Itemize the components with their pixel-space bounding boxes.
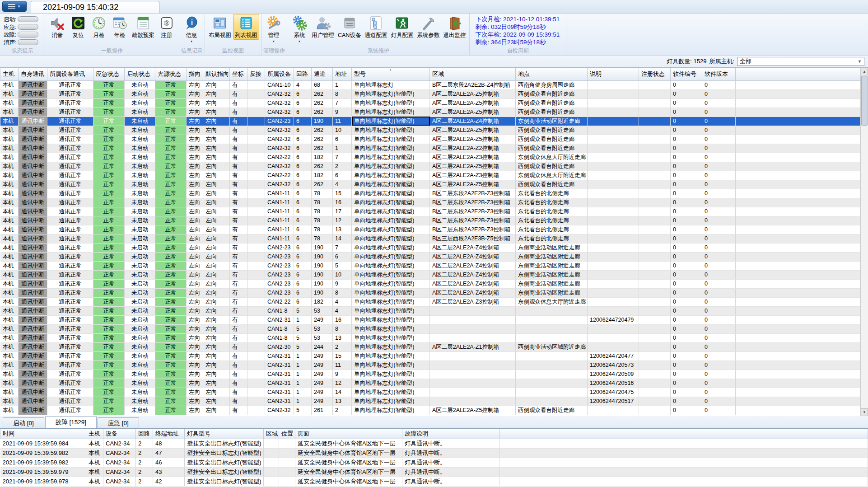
table-row[interactable]: 本机通讯中断通讯正常正常未启动正常左向左向有CAN2-31124916单向地埋标…: [0, 315, 860, 324]
toolbar-button-layout-view[interactable]: 布局视图: [207, 14, 233, 39]
table-row[interactable]: 本机通讯中断通讯正常正常未启动正常左向左向有CAN2-2261824单向地埋标志…: [0, 297, 860, 306]
toolbar-button-mute[interactable]: 消音: [47, 14, 68, 39]
table-row[interactable]: 本机通讯中断通讯正常正常未启动正常左向左向有CAN2-2261827单向地埋标志…: [0, 153, 860, 162]
table-row[interactable]: 本机通讯中断通讯正常正常未启动正常左向左向有CAN2-3262627单向地埋标志…: [0, 98, 860, 108]
table-row[interactable]: 本机通讯中断通讯正常正常未启动正常左向左向有CAN2-2361907单向地埋标志…: [0, 243, 860, 252]
table-row[interactable]: 本机通讯中断通讯正常正常未启动正常左向左向有CAN2-2361908单向地埋标志…: [0, 288, 860, 297]
scroll-up-arrow[interactable]: ▲: [861, 68, 868, 75]
table-row[interactable]: 本机通讯中断通讯正常正常未启动正常左向左向有CAN2-31124914单向地埋标…: [0, 388, 860, 397]
fault-column-header-设备[interactable]: 设备: [103, 429, 136, 439]
fault-column-header-时间[interactable]: 时间: [0, 429, 86, 439]
fault-row[interactable]: 2021-09-09 15:39:59.982本机CAN2-34246壁挂安全出…: [0, 458, 868, 467]
toolbar-button-info[interactable]: i信息▼: [181, 14, 202, 43]
event-tab-2[interactable]: 应急 [0]: [98, 417, 139, 428]
table-row[interactable]: 本机通讯中断通讯正常正常未启动正常左向左向有CAN2-3262628单向地埋标志…: [0, 89, 860, 98]
toolbar-button-can-device[interactable]: CAN设备: [336, 14, 363, 39]
column-header-地址[interactable]: 地址: [333, 68, 352, 80]
toolbar-button-exit-monitor[interactable]: 退出监控: [441, 14, 467, 39]
column-header-软件编号[interactable]: 软件编号: [671, 68, 702, 80]
column-header-软件版本[interactable]: 软件版本: [702, 68, 736, 80]
column-header-区域[interactable]: 区域: [430, 68, 516, 80]
table-row[interactable]: 本机通讯中断通讯正常正常未启动正常左向左向有CAN2-31124915单向地埋标…: [0, 351, 860, 361]
table-row[interactable]: 本机通讯中断通讯正常正常未启动正常左向左向有CAN1-104681单向地埋标志灯…: [0, 80, 860, 89]
table-row[interactable]: 本机通讯中断通讯正常正常未启动正常左向左向有CAN1-855313单向地埋标志灯…: [0, 333, 860, 342]
table-row[interactable]: 本机通讯中断通讯正常正常未启动正常左向左向有CAN2-2361905单向地埋标志…: [0, 261, 860, 270]
column-header-应急状态[interactable]: 应急状态: [93, 68, 125, 80]
table-row[interactable]: 本机通讯中断通讯正常正常未启动正常左向左向有CAN2-3262621单向地埋标志…: [0, 144, 860, 153]
fault-row[interactable]: 2021-09-09 15:39:59.982本机CAN2-34247壁挂安全出…: [0, 448, 868, 458]
vertical-scrollbar[interactable]: ▲ ▼: [860, 68, 868, 416]
column-header-注册状态[interactable]: 注册状态: [639, 68, 671, 80]
toolbar-button-manage[interactable]: 管理▼: [263, 14, 284, 43]
toolbar-button-reset[interactable]: 复位: [68, 14, 89, 39]
toolbar-button-lamp-config[interactable]: 灯具配置: [389, 14, 415, 39]
column-header-回路[interactable]: 回路: [294, 68, 312, 80]
table-row[interactable]: 本机通讯中断通讯正常正常未启动正常左向左向有CAN1-1167817单向地埋标志…: [0, 207, 860, 216]
table-row[interactable]: 本机通讯中断通讯正常正常未启动正常左向左向有CAN2-31124913单向地埋标…: [0, 397, 860, 406]
table-row[interactable]: 本机通讯中断通讯正常正常未启动正常左向左向有CAN1-85538单向地埋标志灯(…: [0, 324, 860, 333]
toolbar-button-user-management[interactable]: 用户管理: [310, 14, 336, 39]
table-row[interactable]: 本机通讯中断通讯正常正常未启动正常左向左向有CAN1-1167812单向地埋标志…: [0, 216, 860, 225]
table-row[interactable]: 本机通讯中断通讯正常正常未启动正常左向左向有CAN2-3052442单向地埋标志…: [0, 342, 860, 351]
app-menu-button[interactable]: ▼: [2, 1, 27, 12]
column-header-说明[interactable]: 说明: [588, 68, 639, 80]
fault-column-header-故障说明[interactable]: 故障说明: [402, 429, 499, 439]
fault-column-header-区域[interactable]: 区域: [264, 429, 279, 439]
fault-row[interactable]: 2021-09-09 15:39:59.984本机CAN2-34248壁挂安全出…: [0, 439, 868, 448]
table-row[interactable]: 本机通讯中断通讯正常正常未启动正常左向左向有CAN2-31124912单向地埋标…: [0, 379, 860, 388]
table-row[interactable]: 本机通讯中断通讯正常正常未启动正常左向左向有CAN2-23619010单向地埋标…: [0, 270, 860, 279]
table-row[interactable]: 本机通讯中断通讯正常正常未启动正常左向左向有CAN1-1167815单向地埋标志…: [0, 189, 860, 198]
event-tab-1[interactable]: 故障 [1529]: [45, 416, 97, 428]
scroll-down-arrow[interactable]: ▼: [861, 408, 868, 416]
column-header-光源状态[interactable]: 光源状态: [155, 68, 187, 80]
column-header-指向[interactable]: 指向: [187, 68, 203, 80]
column-header-通道[interactable]: 通道: [312, 68, 333, 80]
column-header-地点[interactable]: 地点: [516, 68, 588, 80]
column-header-型号[interactable]: ▲型号: [352, 68, 430, 80]
scrollbar-thumb[interactable]: [861, 76, 868, 126]
fault-column-header-回路[interactable]: 回路: [136, 429, 153, 439]
table-row[interactable]: 本机通讯中断通讯正常正常未启动正常左向左向有CAN1-1167813单向地埋标志…: [0, 225, 860, 234]
table-row[interactable]: 本机通讯中断通讯正常正常未启动正常左向左向有CAN1-1167816单向地埋标志…: [0, 198, 860, 207]
table-row[interactable]: 本机通讯中断通讯正常正常未启动正常左向左向有CAN2-2261826单向地埋标志…: [0, 171, 860, 180]
table-row[interactable]: 本机通讯中断通讯正常正常未启动正常左向左向有CAN2-3262629单向地埋标志…: [0, 108, 860, 117]
toolbar-button-register[interactable]: ®注册: [156, 14, 177, 39]
table-row[interactable]: 本机通讯中断通讯正常正常未启动正常左向左向有CAN2-3262624单向地埋标志…: [0, 180, 860, 189]
fault-column-header-主机[interactable]: 主机: [86, 429, 103, 439]
fault-row[interactable]: 2021-09-09 15:39:59.978本机CAN2-34242壁挂安全出…: [0, 477, 868, 486]
column-header-默认指向[interactable]: 默认指向: [203, 68, 230, 80]
table-row[interactable]: 本机通讯中断通讯正常正常未启动正常左向左向有CAN2-32626210单向地埋标…: [0, 126, 860, 135]
table-row[interactable]: 本机通讯中断通讯正常正常未启动正常左向左向有CAN2-2361909单向地埋标志…: [0, 279, 860, 288]
toolbar-button-annual-check[interactable]: 年检: [109, 14, 130, 39]
toolbar-button-evacuation-plan[interactable]: 疏散预案: [130, 14, 156, 39]
toolbar-button-channel-config[interactable]: 通道配置: [363, 14, 389, 39]
toolbar-button-system-params[interactable]: 系统参数: [415, 14, 441, 39]
column-header-自身通讯[interactable]: 自身通讯: [19, 68, 47, 80]
fault-column-header-终端地址[interactable]: 终端地址: [153, 429, 185, 439]
column-header-所属设备[interactable]: 所属设备: [265, 68, 294, 80]
column-header-反接[interactable]: 反接: [247, 68, 265, 80]
table-row[interactable]: 本机通讯中断通讯正常正常未启动正常左向左向有CAN1-85534单向地埋标志灯(…: [0, 306, 860, 315]
table-row[interactable]: 本机通讯中断通讯正常正常未启动正常左向左向有CAN2-3252612单向地埋标志…: [0, 406, 860, 415]
toolbar-button-list-view[interactable]: 列表视图: [233, 14, 259, 40]
table-row[interactable]: 本机通讯中断通讯正常正常未启动正常左向左向有CAN2-3112499单向地埋标志…: [0, 370, 860, 379]
toolbar-button-system[interactable]: 系统▼: [289, 14, 310, 43]
column-header-坐标[interactable]: 坐标: [230, 68, 247, 80]
fault-column-header-页面[interactable]: 页面: [295, 429, 402, 439]
table-row[interactable]: 本机通讯中断通讯正常正常未启动正常左向左向有CAN2-3262622单向地埋标志…: [0, 162, 860, 171]
table-row[interactable]: 本机通讯中断通讯正常正常未启动正常左向左向有CAN2-3262626单向地埋标志…: [0, 135, 860, 144]
toolbar-button-monthly-check[interactable]: 月检: [89, 14, 109, 39]
event-tab-0[interactable]: 启动 [0]: [3, 417, 44, 428]
column-header-启动状态[interactable]: 启动状态: [125, 68, 155, 80]
column-header-所属设备通讯[interactable]: 所属设备通讯: [47, 68, 93, 80]
table-row[interactable]: 本机通讯中断通讯正常正常未启动正常左向左向有CAN2-31124911单向地埋标…: [0, 361, 860, 370]
table-row[interactable]: 本机通讯中断通讯正常正常未启动正常左向左向有CAN2-2361906单向地埋标志…: [0, 252, 860, 261]
column-header-主机[interactable]: 主机: [0, 68, 19, 80]
fault-row[interactable]: 2021-09-09 15:39:59.979本机CAN2-34243壁挂安全出…: [0, 467, 868, 477]
table-row[interactable]: 本机通讯中断通讯正常正常未启动正常左向左向有CAN1-1167814单向地埋标志…: [0, 234, 860, 243]
fault-column-header-灯具型号[interactable]: 灯具型号: [185, 429, 264, 439]
table-row[interactable]: 本机通讯中断通讯正常正常未启动正常左向左向有CAN2-23619011单向地埋标…: [0, 117, 860, 126]
current-time-tab[interactable]: 2021-09-09 15:40:32: [31, 1, 159, 13]
fault-column-header-位置[interactable]: 位置: [279, 429, 295, 439]
host-select[interactable]: 全部 ▼: [737, 57, 864, 66]
